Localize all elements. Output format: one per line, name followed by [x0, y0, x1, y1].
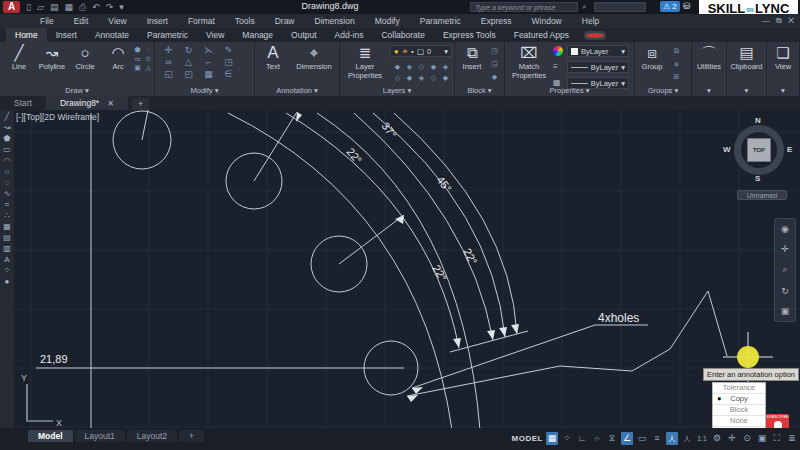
window-controls[interactable]: — ⧉ ✕: [762, 16, 796, 26]
block-mini-icon[interactable]: ◲: [489, 59, 500, 68]
new-tab-button[interactable]: +: [132, 98, 149, 110]
text-tool[interactable]: AText: [259, 44, 287, 71]
menu-item[interactable]: View: [98, 16, 136, 26]
menu-item[interactable]: Modify: [365, 16, 410, 26]
menu-item[interactable]: Tools: [225, 16, 265, 26]
nav-tool-icon[interactable]: ↻: [781, 286, 789, 296]
status-polar-icon[interactable]: ⌔: [591, 432, 603, 445]
status-osnap-icon[interactable]: ∠: [621, 432, 633, 445]
swatch-icon[interactable]: ▢: [417, 47, 424, 56]
ribbon-tab-express-tools[interactable]: Express Tools: [434, 28, 505, 42]
menu-item[interactable]: Dimension: [305, 16, 365, 26]
option-tolerance[interactable]: Tolerance: [713, 383, 765, 394]
block-mini-icon[interactable]: ◆: [489, 72, 500, 81]
menu-item[interactable]: Draw: [265, 16, 305, 26]
menu-item[interactable]: Insert: [137, 16, 178, 26]
utilities-panel-arrow[interactable]: ▾: [692, 86, 726, 95]
layer-properties-button[interactable]: ≣Layer Properties: [342, 44, 388, 80]
status-customize-icon[interactable]: ≣: [786, 432, 798, 445]
status-annot-visibility-icon[interactable]: 人: [666, 432, 678, 445]
modify-icon[interactable]: ◱: [163, 70, 174, 79]
ribbon-tab-view[interactable]: View: [197, 28, 233, 42]
palette-tool-icon[interactable]: ▭: [3, 145, 11, 155]
layer-mini-icon[interactable]: ◇: [392, 73, 403, 82]
modify-icon[interactable]: ◰: [183, 70, 194, 79]
status-ortho-icon[interactable]: ∟: [576, 432, 588, 445]
annotation-panel-label[interactable]: Annotation ▾: [255, 86, 339, 95]
draw-mini-icon[interactable]: ⬟: [132, 45, 143, 54]
clipboard-button[interactable]: ▤Clipboard: [728, 44, 765, 71]
drawing-canvas[interactable]: 37° 22° 45° 22° 22° 21,89 4xholes Y X: [0, 110, 800, 428]
status-grid-icon[interactable]: ▦: [546, 432, 558, 445]
viewcube-south[interactable]: S: [755, 174, 760, 183]
palette-tool-icon[interactable]: ⬟: [4, 134, 11, 144]
menu-item[interactable]: Parametric: [410, 16, 471, 26]
menu-item[interactable]: File: [30, 16, 64, 26]
status-snap-icon[interactable]: ⁘: [561, 432, 573, 445]
status-hardware-icon[interactable]: ▣: [756, 432, 768, 445]
menu-item[interactable]: Express: [471, 16, 522, 26]
lock-icon[interactable]: ▪: [411, 47, 414, 56]
palette-tool-icon[interactable]: ≈: [5, 200, 9, 210]
viewcube-north[interactable]: N: [755, 116, 761, 125]
palette-tool-icon[interactable]: ◠: [4, 156, 11, 166]
modify-icon[interactable]: ⌐: [203, 58, 214, 67]
layer-mini-icon[interactable]: ◆: [392, 62, 403, 71]
insert-button[interactable]: ⧉Insert: [458, 44, 486, 71]
menu-item[interactable]: Help: [572, 16, 609, 26]
status-workspace-gear-icon[interactable]: ⚙: [711, 432, 723, 445]
palette-tool-icon[interactable]: ↝: [4, 123, 11, 133]
palette-tool-icon[interactable]: ╱: [5, 112, 10, 122]
layer-dropdown[interactable]: ●☀▪▢0▾: [390, 45, 452, 57]
modify-icon[interactable]: △: [183, 58, 194, 67]
nav-tool-icon[interactable]: ⌕: [782, 264, 787, 275]
ribbon-tab-output[interactable]: Output: [282, 28, 326, 42]
object-color-dropdown[interactable]: ByLayer▾: [567, 45, 629, 57]
dimension-tool[interactable]: ⌖Dimension: [291, 44, 337, 71]
ribbon-tab-insert[interactable]: Insert: [47, 28, 86, 42]
block-panel-label[interactable]: Block ▾: [455, 86, 504, 95]
palette-tool-icon[interactable]: ◌: [5, 178, 10, 188]
layer-mini-icon[interactable]: ◇: [416, 62, 427, 71]
viewcube[interactable]: TOP N S W E: [727, 118, 791, 182]
qat-dropdown-icon[interactable]: ▾: [119, 2, 124, 12]
menu-item[interactable]: Window: [522, 16, 572, 26]
draw-mini-icon[interactable]: ▣: [132, 63, 143, 72]
group-mini-icon[interactable]: ⧉: [671, 46, 682, 55]
model-space-toggle[interactable]: MODEL: [512, 432, 543, 445]
save-icon[interactable]: ▤: [50, 2, 59, 12]
layer-mini-icon[interactable]: ◇: [428, 73, 439, 82]
subscribe-button[interactable]: SUBSCRIBE: [766, 414, 789, 428]
block-mini-icon[interactable]: ◳: [489, 46, 500, 55]
lineweight-dropdown[interactable]: ByLayer▾: [567, 61, 629, 73]
sun-icon[interactable]: ☀: [402, 47, 409, 56]
modify-icon[interactable]: ✎: [223, 46, 234, 55]
ribbon-tab-annotate[interactable]: Annotate: [86, 28, 138, 42]
layers-panel-label[interactable]: Layers ▾: [340, 86, 454, 95]
bulb-icon[interactable]: ●: [394, 47, 399, 56]
color-wheel-icon[interactable]: [553, 46, 563, 56]
chevron-down-icon[interactable]: ▾: [444, 47, 448, 56]
option-none[interactable]: None: [713, 416, 765, 427]
layer-mini-icon[interactable]: ◈: [404, 62, 415, 71]
close-icon[interactable]: ✕: [107, 99, 114, 108]
nav-tool-icon[interactable]: ◉: [781, 224, 789, 234]
layout-tab-model[interactable]: Model: [28, 430, 73, 442]
new-layout-button[interactable]: +: [179, 430, 204, 442]
palette-tool-icon[interactable]: ○: [5, 167, 10, 177]
redo-icon[interactable]: ↷: [106, 2, 114, 12]
status-isodraft-icon[interactable]: ⧖: [606, 432, 618, 445]
palette-tool-icon[interactable]: ▤: [3, 233, 11, 243]
ribbon-tab-featured-apps[interactable]: Featured Apps: [505, 28, 578, 42]
circle-tool[interactable]: ○Circle: [69, 44, 101, 71]
modify-panel-label[interactable]: Modify ▾: [155, 86, 254, 95]
palette-tool-icon[interactable]: ∿: [4, 189, 11, 199]
cart-icon[interactable]: ⛁: [683, 1, 691, 11]
menu-item[interactable]: Edit: [64, 16, 99, 26]
option-block[interactable]: Block: [713, 405, 765, 416]
ribbon-tab-parametric[interactable]: Parametric: [138, 28, 197, 42]
groups-panel-label[interactable]: Groups ▾: [635, 86, 691, 95]
option-copy[interactable]: ●Copy: [713, 394, 765, 405]
modify-icon[interactable]: ⋋: [203, 46, 214, 55]
palette-tool-icon[interactable]: ⁘: [4, 266, 11, 276]
